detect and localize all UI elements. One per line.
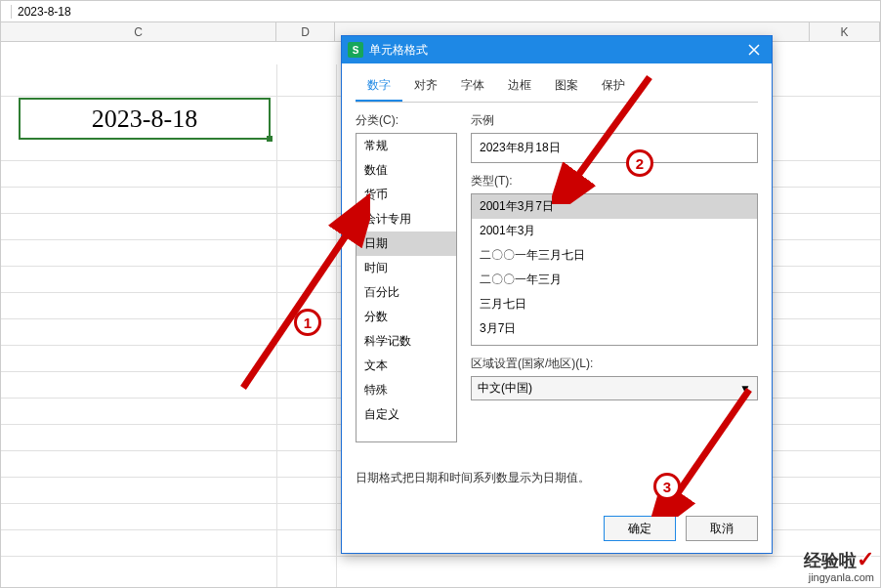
- col-header-k[interactable]: K: [810, 22, 880, 41]
- dialog-footer: 确定 取消: [356, 516, 758, 541]
- description-text: 日期格式把日期和时间系列数显示为日期值。: [356, 470, 758, 486]
- col-header-c[interactable]: C: [1, 22, 276, 41]
- locale-label: 区域设置(国家/地区)(L):: [471, 356, 758, 372]
- type-item[interactable]: 星期三: [472, 341, 757, 346]
- type-item[interactable]: 二〇〇一年三月: [472, 268, 757, 292]
- category-item-date[interactable]: 日期: [357, 231, 456, 256]
- tab-font[interactable]: 字体: [449, 71, 496, 102]
- divider: [11, 5, 12, 19]
- ok-button[interactable]: 确定: [604, 516, 676, 541]
- category-item-custom[interactable]: 自定义: [357, 402, 456, 427]
- details-column: 示例 2023年8月18日 类型(T): 2001年3月7日 2001年3月 二…: [471, 112, 758, 442]
- category-item-special[interactable]: 特殊: [357, 378, 456, 402]
- app-icon: S: [348, 42, 363, 58]
- type-item[interactable]: 2001年3月7日: [472, 194, 757, 219]
- tab-number[interactable]: 数字: [356, 71, 402, 102]
- tab-pattern[interactable]: 图案: [543, 71, 590, 102]
- category-item-fraction[interactable]: 分数: [357, 305, 456, 329]
- dialog-title-text: 单元格格式: [369, 42, 428, 59]
- formula-bar: [1, 1, 880, 22]
- content-area: 分类(C): 常规 数值 货币 会计专用 日期 时间 百分比 分数 科学记数 文…: [356, 112, 758, 442]
- category-list[interactable]: 常规 数值 货币 会计专用 日期 时间 百分比 分数 科学记数 文本 特殊 自定…: [356, 133, 457, 442]
- formula-input[interactable]: [18, 5, 876, 19]
- tabs: 数字 对齐 字体 边框 图案 保护: [356, 71, 758, 103]
- type-item[interactable]: 2001年3月: [472, 219, 757, 243]
- type-item[interactable]: 二〇〇一年三月七日: [472, 243, 757, 268]
- dialog-titlebar[interactable]: S 单元格格式: [342, 36, 772, 63]
- category-item-number[interactable]: 数值: [357, 158, 456, 183]
- dialog-body: 数字 对齐 字体 边框 图案 保护 分类(C): 常规 数值 货币 会计专用 日…: [342, 63, 772, 553]
- dropdown-icon: ▼: [739, 382, 751, 396]
- fill-handle[interactable]: [267, 136, 273, 142]
- example-box: 2023年8月18日: [471, 133, 758, 163]
- close-button[interactable]: [742, 40, 766, 60]
- cell-value: 2023-8-18: [92, 105, 197, 134]
- tab-protect[interactable]: 保护: [590, 71, 637, 102]
- example-label: 示例: [471, 112, 758, 129]
- type-item[interactable]: 三月七日: [472, 292, 757, 316]
- cell-format-dialog: S 单元格格式 数字 对齐 字体 边框 图案 保护 分类(C): 常规 数值 货…: [341, 35, 773, 554]
- category-column: 分类(C): 常规 数值 货币 会计专用 日期 时间 百分比 分数 科学记数 文…: [356, 112, 457, 442]
- type-label: 类型(T):: [471, 173, 758, 189]
- category-item-scientific[interactable]: 科学记数: [357, 329, 456, 354]
- category-item-currency[interactable]: 货币: [357, 183, 456, 207]
- col-header-d[interactable]: D: [276, 22, 335, 41]
- category-item-time[interactable]: 时间: [357, 256, 456, 280]
- close-icon: [748, 44, 760, 56]
- locale-value: 中文(中国): [478, 380, 532, 397]
- category-item-text[interactable]: 文本: [357, 354, 456, 378]
- type-item[interactable]: 3月7日: [472, 316, 757, 341]
- category-item-general[interactable]: 常规: [357, 134, 456, 158]
- cancel-button[interactable]: 取消: [686, 516, 758, 541]
- selected-cell[interactable]: 2023-8-18: [19, 98, 271, 140]
- locale-select[interactable]: 中文(中国) ▼: [471, 376, 758, 400]
- category-label: 分类(C):: [356, 112, 457, 129]
- type-list[interactable]: 2001年3月7日 2001年3月 二〇〇一年三月七日 二〇〇一年三月 三月七日…: [471, 193, 758, 346]
- tab-border[interactable]: 边框: [496, 71, 543, 102]
- category-item-percent[interactable]: 百分比: [357, 280, 456, 305]
- tab-align[interactable]: 对齐: [402, 71, 449, 102]
- category-item-accounting[interactable]: 会计专用: [357, 207, 456, 231]
